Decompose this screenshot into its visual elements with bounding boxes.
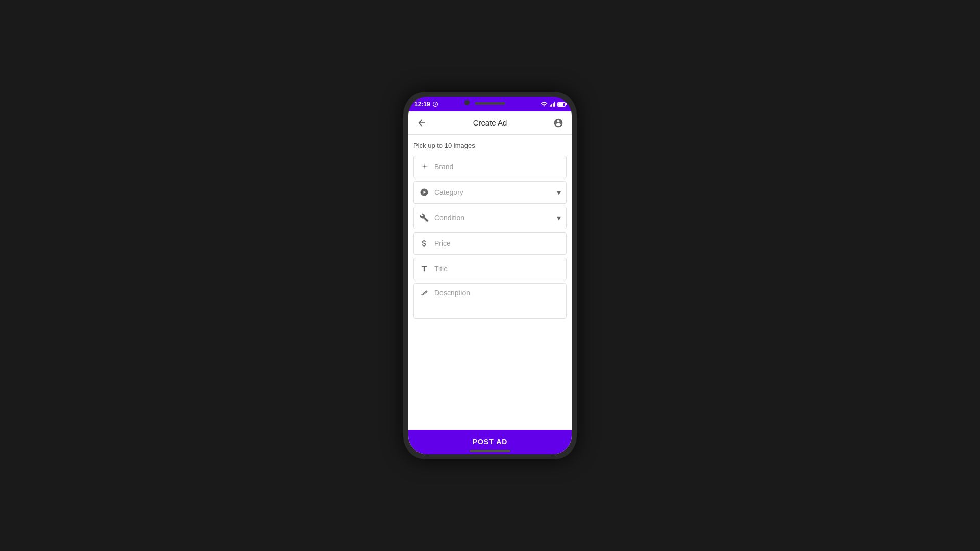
category-placeholder: Category [434, 188, 555, 196]
category-dropdown-arrow: ▾ [557, 188, 561, 197]
brand-placeholder: Brand [434, 163, 561, 171]
condition-placeholder: Condition [434, 214, 555, 222]
price-icon [419, 238, 429, 248]
title-icon [419, 264, 429, 274]
phone-home-indicator [470, 450, 510, 452]
settings-button[interactable] [551, 116, 566, 130]
title-field[interactable]: Title [413, 258, 567, 280]
phone-frame: 12:19 [403, 92, 577, 459]
brand-icon [419, 162, 429, 172]
app-header: Create Ad [408, 111, 572, 135]
back-button[interactable] [414, 116, 429, 130]
status-time-text: 12:19 [414, 101, 430, 108]
signal-bars [550, 102, 555, 107]
price-placeholder: Price [434, 239, 561, 247]
header-title: Create Ad [429, 118, 551, 127]
description-icon [419, 289, 429, 299]
condition-dropdown-arrow: ▾ [557, 213, 561, 223]
battery-icon [557, 102, 566, 107]
description-placeholder: Description [434, 289, 561, 297]
condition-field[interactable]: Condition ▾ [413, 207, 567, 229]
phone-speaker [475, 102, 505, 105]
alarm-icon [432, 101, 438, 107]
description-field[interactable]: Description [413, 283, 567, 319]
screen-content: Pick up to 10 images Brand [408, 135, 572, 454]
category-icon [419, 187, 429, 197]
title-placeholder: Title [434, 265, 561, 273]
images-label: Pick up to 10 images [413, 142, 567, 149]
brand-field[interactable]: Brand [413, 156, 567, 178]
wifi-icon [541, 101, 548, 108]
phone-camera [464, 100, 470, 105]
price-field[interactable]: Price [413, 232, 567, 255]
category-field[interactable]: Category ▾ [413, 181, 567, 204]
condition-icon [419, 213, 429, 223]
